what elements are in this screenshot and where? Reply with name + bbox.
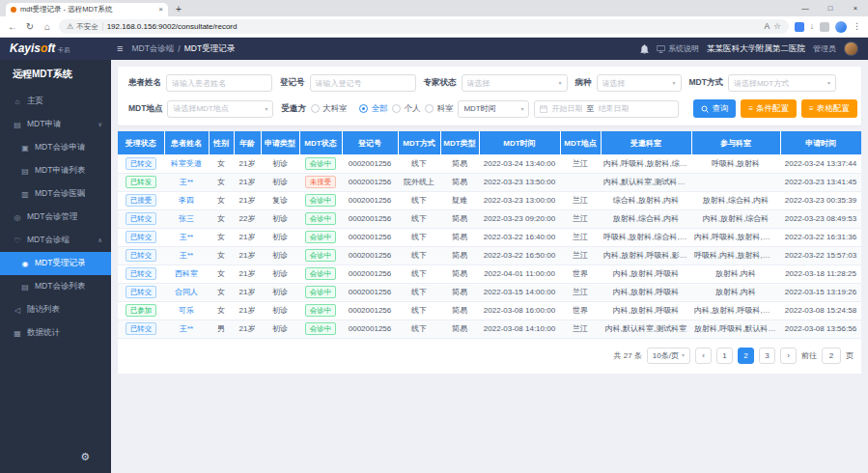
mdt-place-label: MDT地点 <box>128 103 162 115</box>
sidebar-collapse-icon[interactable]: ≡ <box>117 43 123 54</box>
patient-name-link[interactable]: 合同人 <box>175 288 198 296</box>
sidebar-item-mdt-consult-order[interactable]: ▥MDT会诊医嘱 <box>0 182 111 206</box>
cell-apply-type: 初诊 <box>261 283 299 301</box>
bell-icon[interactable] <box>640 44 649 54</box>
time-field-select[interactable]: MDT时间▾ <box>458 100 529 118</box>
goto-page-input[interactable]: 2 <box>822 348 841 364</box>
window-maximize-button[interactable]: □ <box>818 0 843 16</box>
accept-status-badge: 已转交 <box>126 231 157 243</box>
chevron-down-icon: ▾ <box>520 106 523 112</box>
patient-name-link[interactable]: 王** <box>180 178 193 186</box>
window-controls: — □ × <box>793 0 868 16</box>
page-button-2[interactable]: 2 <box>738 348 754 364</box>
sidebar-item-mdt-consult-manage[interactable]: ◎MDT会诊管理 <box>0 206 111 229</box>
page-buttons: 123 <box>716 348 775 364</box>
cell-mdt-time: 2022-04-01 11:00:00 <box>479 264 560 283</box>
sidebar-item-mdt-accept-record[interactable]: ◉MDT受理记录 <box>0 252 111 275</box>
cell-age: 21岁 <box>234 191 261 209</box>
date-range-input[interactable]: 开始日期 至 结束日期 <box>534 100 679 118</box>
sidebar-item-statistics[interactable]: ▦数据统计 <box>0 321 111 345</box>
condition-config-button[interactable]: ≡条件配置 <box>741 99 797 118</box>
mdt-mode-select[interactable]: 请选择MDT方式▾ <box>728 74 836 92</box>
browser-home-icon[interactable]: ⌂ <box>42 22 53 32</box>
tab-favicon-icon <box>11 7 16 13</box>
patient-name-link[interactable]: 可乐 <box>179 306 194 315</box>
tab-close-icon[interactable]: × <box>158 6 163 14</box>
column-header: 受邀科室 <box>601 131 691 154</box>
window-minimize-button[interactable]: — <box>793 0 818 16</box>
search-button[interactable]: 查询 <box>693 99 736 118</box>
patient-name-link[interactable]: 张三 <box>179 214 194 223</box>
page-button-3[interactable]: 3 <box>759 348 775 364</box>
avatar[interactable] <box>844 42 858 56</box>
column-header: 患者姓名 <box>164 131 209 154</box>
radio-icon <box>425 104 434 113</box>
sidebar-item-mdt-apply[interactable]: ▤MDT申请∨ <box>0 113 111 136</box>
sidebar-item-mdt-consult-side[interactable]: ♡MDT会诊端∧ <box>0 229 111 252</box>
chevron-down-icon: ▾ <box>558 80 561 86</box>
sidebar-item-mdt-apply-list[interactable]: ▤MDT申请列表 <box>0 159 111 182</box>
back-icon[interactable]: ← <box>7 22 18 32</box>
expert-status-select[interactable]: 请选择▾ <box>462 74 568 92</box>
reader-icon[interactable]: A <box>764 22 770 31</box>
disease-select[interactable]: 请选择▾ <box>597 74 682 92</box>
gear-icon[interactable]: ⚙ <box>80 451 90 462</box>
cell-mdt-time: 2022-03-15 14:00:00 <box>479 283 560 301</box>
reload-icon[interactable]: ↻ <box>24 22 36 32</box>
reg-no-input[interactable]: 请输入登记号 <box>310 74 416 92</box>
invitee-radio-large-dept[interactable]: 大科室 <box>311 103 348 115</box>
patient-name-link[interactable]: 西科室 <box>175 269 198 278</box>
cell-mdt-status: 会诊中 <box>299 154 342 173</box>
system-note-button[interactable]: 系统说明 <box>657 43 699 54</box>
next-page-button[interactable]: › <box>780 348 797 364</box>
patient-name-link[interactable]: 李四 <box>179 196 194 205</box>
cell-patient: 李四 <box>164 191 209 209</box>
goto-label: 前往 <box>801 350 817 361</box>
invitee-radio-all[interactable]: 全部 <box>359 103 387 115</box>
patient-name-link[interactable]: 王** <box>180 251 193 260</box>
sidebar-item-label: MDT会诊列表 <box>35 281 85 292</box>
sidebar-item-followup-list[interactable]: ◁随访列表 <box>0 298 111 321</box>
mdt-place-select[interactable]: 请选择MDT地点▾ <box>167 100 273 118</box>
sidebar-item-home[interactable]: ⌂主页 <box>0 90 111 113</box>
sidebar-item-label: MDT受理记录 <box>35 258 85 269</box>
table-config-button[interactable]: ≡表格配置 <box>801 99 857 118</box>
cell-mdt-type: 简易 <box>440 301 479 320</box>
chart-icon: ▦ <box>13 329 22 338</box>
extension-icon[interactable] <box>795 22 804 32</box>
security-chip[interactable]: ⚠ 不安全 <box>67 22 98 32</box>
sidebar-item-mdt-consult-list[interactable]: ▤MDT会诊列表 <box>0 275 111 298</box>
browser-menu-icon[interactable]: ⋮ <box>853 22 861 31</box>
cell-gender: 女 <box>209 301 234 320</box>
new-tab-button[interactable]: + <box>176 2 182 16</box>
patient-name-link[interactable]: 王** <box>180 233 193 241</box>
invitee-radio-dept[interactable]: 科室 <box>425 103 453 115</box>
star-icon[interactable]: ☆ <box>773 22 781 31</box>
patient-name-link[interactable]: 王** <box>180 324 193 333</box>
page-button-1[interactable]: 1 <box>716 348 733 364</box>
window-close-button[interactable]: × <box>843 0 868 16</box>
page-size-select[interactable]: 10条/页▾ <box>647 348 690 364</box>
cell-mdt-status: 会诊中 <box>299 320 342 338</box>
accept-status-badge: 已转交 <box>126 249 157 262</box>
prev-page-button[interactable]: ‹ <box>695 348 712 364</box>
share-icon: ◁ <box>13 306 22 315</box>
invitee-radio-personal[interactable]: 个人 <box>392 103 420 115</box>
address-bar[interactable]: ⚠ 不安全 192.168.0.156:9002/consultate/reco… <box>59 19 789 34</box>
profile-avatar[interactable] <box>835 21 847 33</box>
chevron-down-icon: ▾ <box>827 80 830 86</box>
radio-icon <box>359 104 368 113</box>
download-icon[interactable]: ↓ <box>810 22 814 31</box>
mdt-status-badge: 会诊中 <box>305 157 337 170</box>
cell-age: 21岁 <box>234 228 261 246</box>
extensions-puzzle-icon[interactable] <box>820 22 829 32</box>
sidebar-item-mdt-consult-apply[interactable]: ▣MDT会诊申请 <box>0 136 111 159</box>
table-row: 已转交合同人女21岁初诊会诊中0002001256线下简易2022-03-15 … <box>118 283 861 301</box>
patient-name-input[interactable]: 请输入患者姓名 <box>166 74 272 92</box>
cell-mdt-status: 未接受 <box>299 173 342 191</box>
cell-mdt-status: 会诊中 <box>299 209 342 228</box>
accept-status-badge: 已转交 <box>126 157 157 170</box>
column-header: 申请时间 <box>780 131 861 154</box>
browser-tab[interactable]: mdt受理记录 - 远程MDT系统 × <box>6 3 168 16</box>
patient-name-link[interactable]: 科室受邀 <box>171 159 202 168</box>
